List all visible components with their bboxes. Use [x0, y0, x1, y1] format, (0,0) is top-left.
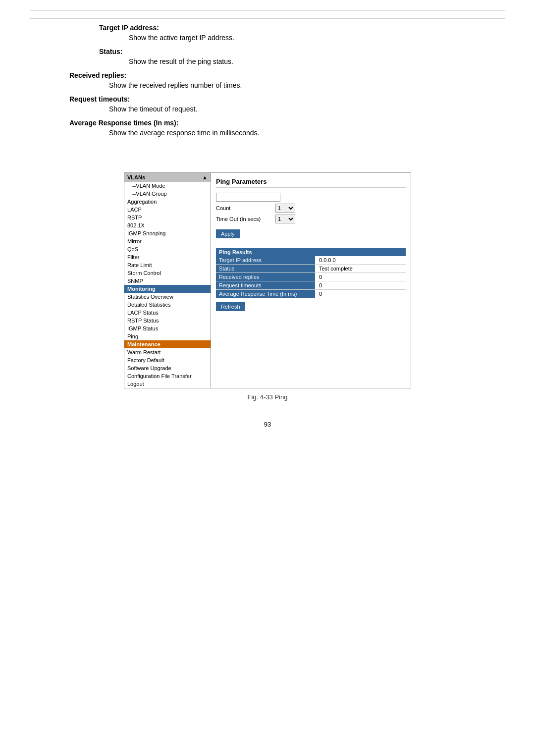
sidebar-item-logout[interactable]: Logout — [124, 380, 211, 388]
timeout-select[interactable]: 1 2 5 — [275, 215, 295, 223]
result-row: Request timeouts0 — [216, 281, 406, 290]
desc-request-timeouts-label: Request timeouts: — [69, 95, 505, 103]
target-ip-group — [216, 193, 406, 202]
target-ip-input[interactable] — [216, 193, 280, 202]
sidebar-item-storm-control[interactable]: Storm Control — [124, 269, 211, 277]
sidebar-item-igmp-status[interactable]: IGMP Status — [124, 324, 211, 332]
page-number: 93 — [30, 421, 505, 428]
desc-status-label: Status: — [99, 48, 505, 55]
sidebar-item-ping[interactable]: Ping — [124, 332, 211, 340]
count-label: Count — [216, 205, 275, 211]
result-value: 0 — [315, 290, 406, 298]
desc-target-ip-text: Show the active target IP address. — [129, 34, 505, 42]
desc-received-replies-text: Show the received replies number of time… — [109, 81, 505, 89]
sidebar-header-label: VLANs — [127, 174, 145, 180]
timeout-group: Time Out (In secs) 1 2 5 — [216, 215, 406, 223]
main-content: Ping Parameters Count 1 2 5 10 Time Out … — [211, 173, 411, 388]
sidebar-item-rstp-status[interactable]: RSTP Status — [124, 317, 211, 324]
sidebar-item-snmp[interactable]: SNMP — [124, 277, 211, 285]
desc-request-timeouts-text: Show the timeout of request. — [109, 105, 505, 113]
count-group: Count 1 2 5 10 — [216, 204, 406, 213]
description-section: Target IP address: Show the active targe… — [30, 18, 505, 158]
result-label: Average Response Time (In ms) — [216, 290, 315, 298]
sidebar-item---vlan-group[interactable]: --VLAN Group — [124, 190, 211, 198]
sidebar-item-lacp[interactable]: LACP — [124, 206, 211, 214]
sidebar-item-statistics-overview[interactable]: Statistics Overview — [124, 293, 211, 301]
sidebar-items-container: --VLAN Mode--VLAN GroupAggregationLACPRS… — [124, 182, 211, 388]
result-label: Request timeouts — [216, 281, 315, 289]
sidebar-item-lacp-status[interactable]: LACP Status — [124, 309, 211, 317]
ping-results-section: Ping Results Target IP address0.0.0.0Sta… — [216, 248, 406, 298]
ping-results-header: Ping Results — [216, 248, 406, 256]
result-value: 0.0.0.0 — [315, 256, 406, 264]
apply-button[interactable]: Apply — [216, 229, 240, 238]
sidebar-item-rstp[interactable]: RSTP — [124, 214, 211, 221]
desc-target-ip-label: Target IP address: — [99, 24, 505, 32]
result-row: Received replies0 — [216, 273, 406, 281]
sidebar-header: VLANs ▲ — [124, 173, 211, 182]
desc-received-replies: Received replies: Show the received repl… — [30, 71, 505, 89]
result-value: Test complete — [315, 265, 406, 272]
sidebar-collapse-icon[interactable]: ▲ — [202, 174, 208, 180]
desc-avg-response-text: Show the average response time in millis… — [109, 129, 505, 137]
desc-status-text: Show the result of the ping status. — [129, 57, 505, 65]
sidebar-item-detailed-statistics[interactable]: Detailed Statistics — [124, 301, 211, 309]
desc-status: Status: Show the result of the ping stat… — [30, 48, 505, 65]
ping-ui: VLANs ▲ --VLAN Mode--VLAN GroupAggregati… — [124, 172, 411, 388]
sidebar-item-software-upgrade[interactable]: Software Upgrade — [124, 364, 211, 372]
timeout-label: Time Out (In secs) — [216, 216, 275, 222]
sidebar-item-configuration-file-transfer[interactable]: Configuration File Transfer — [124, 372, 211, 380]
result-value: 0 — [315, 281, 406, 289]
sidebar-item-igmp-snooping[interactable]: IGMP Snooping — [124, 229, 211, 237]
sidebar-item-8021x[interactable]: 802.1X — [124, 221, 211, 229]
results-rows-container: Target IP address0.0.0.0StatusTest compl… — [216, 256, 406, 298]
sidebar-item-aggregation[interactable]: Aggregation — [124, 198, 211, 206]
sidebar-item-rate-limit[interactable]: Rate Limit — [124, 261, 211, 269]
sidebar-item-warm-restart[interactable]: Warm Restart — [124, 348, 211, 356]
desc-avg-response-label: Average Response times (In ms): — [69, 119, 505, 127]
sidebar-item-qos[interactable]: QoS — [124, 245, 211, 253]
sidebar-item-factory-default[interactable]: Factory Default — [124, 356, 211, 364]
refresh-button[interactable]: Refresh — [216, 302, 245, 311]
top-divider — [30, 10, 505, 10]
ping-params-title: Ping Parameters — [216, 178, 406, 188]
result-row: Target IP address0.0.0.0 — [216, 256, 406, 265]
count-select[interactable]: 1 2 5 10 — [275, 204, 295, 213]
result-row: StatusTest complete — [216, 265, 406, 273]
desc-avg-response: Average Response times (In ms): Show the… — [30, 119, 505, 137]
sidebar-item-filter[interactable]: Filter — [124, 253, 211, 261]
result-label: Status — [216, 265, 315, 272]
sidebar: VLANs ▲ --VLAN Mode--VLAN GroupAggregati… — [124, 173, 211, 388]
desc-target-ip: Target IP address: Show the active targe… — [30, 24, 505, 42]
result-row: Average Response Time (In ms)0 — [216, 290, 406, 298]
result-value: 0 — [315, 273, 406, 281]
desc-received-replies-label: Received replies: — [69, 71, 505, 79]
sidebar-monitoring-header: Monitoring — [124, 285, 211, 293]
desc-request-timeouts: Request timeouts: Show the timeout of re… — [30, 95, 505, 113]
figure-caption: Fig. 4-33 Ping — [248, 393, 288, 401]
figure-container: VLANs ▲ --VLAN Mode--VLAN GroupAggregati… — [30, 172, 505, 401]
sidebar-item-mirror[interactable]: Mirror — [124, 237, 211, 245]
result-label: Received replies — [216, 273, 315, 281]
sidebar-item---vlan-mode[interactable]: --VLAN Mode — [124, 182, 211, 190]
sidebar-maintenance-header: Maintenance — [124, 340, 211, 348]
result-label: Target IP address — [216, 256, 315, 264]
